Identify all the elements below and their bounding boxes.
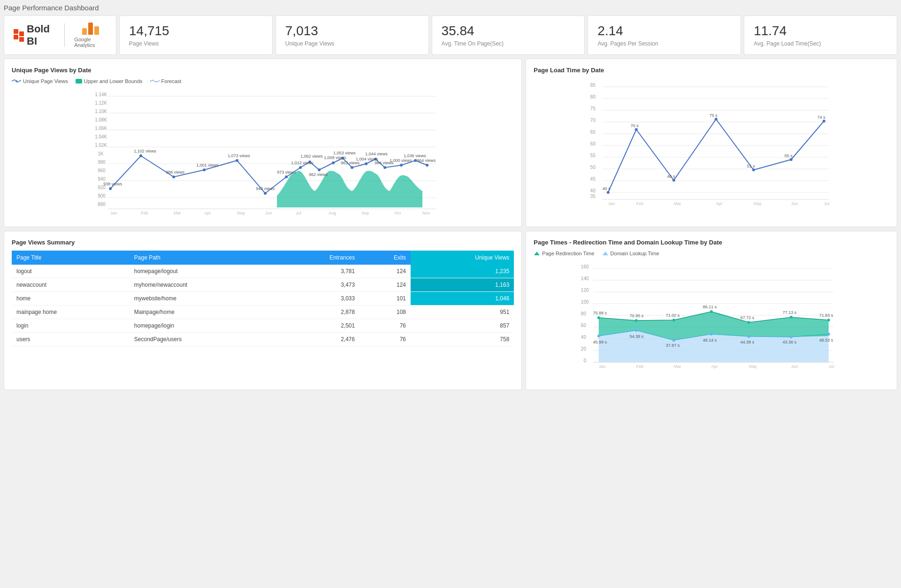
metric-label-avg-time: Avg. Time On Page(Sec) (442, 40, 575, 47)
svg-text:48.14 s: 48.14 s (703, 338, 717, 343)
lookup-legend-icon (602, 251, 609, 256)
svg-text:1K: 1K (98, 151, 104, 156)
cell-entrances: 3,473 (277, 278, 359, 292)
svg-point-31 (318, 168, 321, 171)
svg-text:67.72 s: 67.72 s (741, 315, 755, 320)
svg-text:Jan: Jan (599, 364, 606, 369)
cell-page-path: homepage/logout (130, 265, 277, 278)
svg-text:46 s: 46 s (667, 174, 676, 179)
svg-point-139 (748, 321, 750, 324)
svg-point-22 (109, 187, 112, 190)
ga-text: Google Analytics (74, 37, 107, 48)
svg-text:48.53 s: 48.53 s (819, 338, 833, 343)
svg-text:55 s: 55 s (785, 153, 793, 158)
cell-page-title: users (12, 333, 130, 346)
cell-exits: 108 (359, 305, 411, 319)
svg-text:Feb: Feb (636, 201, 644, 206)
svg-text:938 views: 938 views (103, 182, 122, 186)
svg-text:70: 70 (590, 118, 596, 123)
svg-text:1.14K: 1.14K (95, 92, 107, 97)
legend-label-forecast: Forecast (161, 78, 182, 84)
ga-icon (82, 23, 99, 35)
cell-page-path: SecondPage/users (130, 333, 277, 346)
cell-entrances: 3,033 (277, 292, 359, 305)
svg-point-136 (635, 319, 638, 322)
cell-entrances: 2,878 (277, 305, 359, 319)
svg-text:1.08K: 1.08K (95, 117, 107, 122)
svg-text:71.02 s: 71.02 s (666, 313, 680, 318)
svg-point-25 (203, 168, 206, 171)
svg-text:51 s: 51 s (747, 164, 756, 168)
svg-marker-115 (534, 252, 540, 255)
svg-text:Nov: Nov (422, 211, 430, 215)
svg-text:40: 40 (581, 335, 587, 340)
svg-text:960: 960 (98, 168, 106, 173)
svg-text:1,036 views: 1,036 views (404, 153, 426, 158)
svg-text:35: 35 (590, 194, 596, 199)
svg-point-142 (597, 335, 600, 337)
svg-text:962 views: 962 views (309, 172, 328, 177)
svg-text:43.36 s: 43.36 s (783, 340, 797, 344)
col-header-entrances: Entrances (277, 251, 359, 265)
svg-text:Jan: Jan (110, 211, 117, 215)
cell-entrances: 2,501 (277, 319, 359, 333)
legend-item-redirection: Page Redirection Time (534, 251, 594, 256)
svg-text:Jan: Jan (608, 201, 615, 206)
svg-text:Oct: Oct (394, 211, 401, 215)
svg-point-148 (827, 333, 830, 336)
google-analytics-logo: Google Analytics (74, 23, 107, 48)
svg-text:37.87 s: 37.87 s (666, 343, 680, 348)
svg-point-140 (790, 316, 793, 319)
svg-point-24 (172, 176, 175, 178)
svg-text:75.88 s: 75.88 s (593, 311, 607, 315)
metric-value-avg-time: 35.84 (442, 23, 575, 38)
cell-page-title: login (12, 319, 130, 333)
boldbi-logo: Bold BI (14, 23, 55, 47)
col-header-exits: Exits (359, 251, 411, 265)
dashboard: Page Performance Dashboard (0, 0, 901, 394)
svg-text:964 views: 964 views (417, 158, 436, 163)
cell-unique-views: 1,235 (411, 265, 514, 278)
svg-point-97 (752, 168, 755, 171)
svg-text:86.11 s: 86.11 s (703, 305, 717, 309)
metric-card-avg-pages: 2.14 Avg. Pages Per Session (588, 15, 741, 55)
svg-text:80: 80 (590, 94, 596, 99)
svg-point-34 (351, 166, 353, 169)
table-row: login homepage/login 2,501 76 857 (12, 319, 514, 333)
svg-text:70 s: 70 s (631, 123, 639, 128)
page-views-summary-title: Page Views Summary (12, 239, 514, 246)
cell-exits: 76 (359, 333, 411, 346)
svg-text:Feb: Feb (141, 211, 148, 215)
svg-text:Mar: Mar (174, 211, 181, 215)
svg-text:60: 60 (590, 141, 596, 146)
svg-text:Sep: Sep (361, 211, 369, 215)
svg-text:80: 80 (581, 311, 587, 316)
svg-point-26 (236, 159, 238, 162)
cell-unique-views: 857 (411, 319, 514, 333)
legend-forecast-icon (150, 79, 160, 84)
cell-page-title: logout (12, 265, 130, 278)
metric-card-unique-page-views: 7,013 Unique Page Views (275, 15, 429, 55)
svg-text:100: 100 (581, 299, 589, 305)
metric-card-page-views: 14,715 Page Views (119, 15, 273, 55)
metric-card-avg-load: 11.74 Avg. Page Load Time(Sec) (744, 15, 897, 55)
svg-point-143 (635, 329, 638, 332)
svg-text:1,062 views: 1,062 views (300, 154, 323, 159)
svg-point-23 (139, 154, 142, 157)
unique-page-views-svg: 1.14K 1.12K 1.10K 1.08K 1.06K 1.04K 1.02… (12, 88, 514, 219)
svg-text:160: 160 (581, 264, 589, 269)
cell-entrances: 2,476 (277, 333, 359, 346)
svg-text:May: May (749, 364, 757, 369)
unique-page-views-chart-title: Unique Page Views by Date (12, 67, 514, 74)
svg-point-37 (383, 166, 386, 169)
redirection-legend-icon (534, 251, 540, 256)
legend-item-forecast: Forecast (150, 78, 182, 84)
svg-text:Jun: Jun (791, 364, 798, 369)
legend-item-lookup: Domain Lookup Time (602, 251, 659, 256)
svg-text:940: 940 (98, 176, 106, 182)
cell-exits: 124 (359, 278, 411, 292)
svg-text:1,012 views: 1,012 views (291, 160, 313, 165)
svg-text:71.83 s: 71.83 s (819, 313, 833, 318)
table-row: newaccount myhome/newaccount 3,473 124 1… (12, 278, 514, 292)
svg-text:900: 900 (98, 193, 106, 199)
